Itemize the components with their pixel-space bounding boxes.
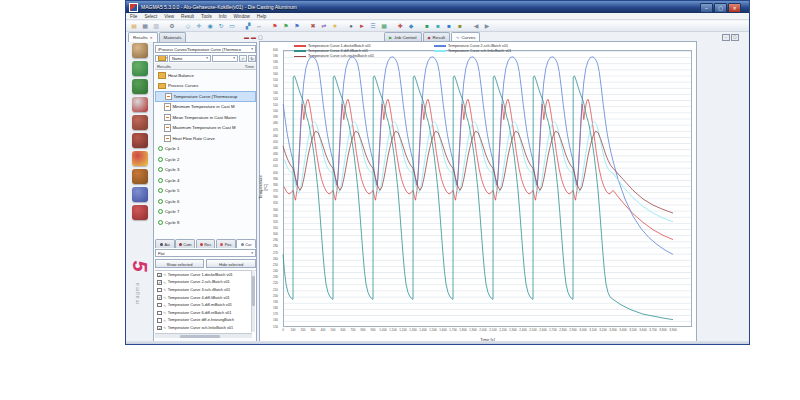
maximize-button[interactable]: ▢ [714,3,727,13]
tab-axi[interactable]: Axi [155,239,175,248]
measure-icon[interactable]: ↔ [255,23,263,30]
name-sort-combobox[interactable]: Name▾ [169,55,211,62]
clip-icon[interactable]: ▞ [244,23,252,30]
mini-tool-icon[interactable]: ▬ [244,34,249,40]
menu-file[interactable]: File [130,14,137,19]
curve-list-item[interactable]: ✓∿Temperature Curve 4-diff-liBatch v01 [155,294,256,302]
curve-list-vertical-scrollbar[interactable] [251,270,256,332]
tree-item[interactable]: Cycle 1 [155,144,256,155]
view-blue-icon[interactable]: ■ [445,23,453,30]
module-optimization-icon[interactable] [132,187,148,202]
result-path-combobox[interactable]: /Process Curves/Temperature Curve (Therm… [155,45,256,53]
module-die-icon[interactable] [132,169,148,184]
hide-selected-button[interactable]: Hide selected [206,259,256,268]
refresh-button[interactable]: ↻ [248,55,256,62]
show-selected-button[interactable]: Show selected [155,259,204,268]
menu-help[interactable]: Help [257,14,266,19]
tab-res[interactable]: Res [196,239,216,248]
module-mesh-icon[interactable] [132,61,148,76]
menu-select[interactable]: Select [144,14,157,19]
flag-green-icon[interactable]: ⚑ [282,23,290,30]
layers-icon[interactable]: ☰ [369,23,377,30]
module-results-icon[interactable] [132,205,148,220]
print-icon[interactable]: ▥ [152,23,160,30]
apply-filter-button[interactable]: ✓ [239,55,247,62]
tab-results[interactable]: Results✕ [128,32,158,42]
menu-info[interactable]: Info [219,14,227,19]
search-filter-combobox[interactable]: ▾ [212,55,238,62]
chart-icon[interactable]: ◆ [407,23,415,30]
curve-list-item[interactable]: ∿Temperature Curve 3-sch-rBatch v01 [155,286,256,294]
settings-icon[interactable]: ⚙ [168,23,176,30]
module-process-icon[interactable] [132,97,148,112]
movie-icon[interactable]: ► [358,23,366,30]
checkbox[interactable] [157,318,162,323]
grid-icon[interactable]: ▦ [380,23,388,30]
save-icon[interactable]: ▦ [141,23,149,30]
forward-icon[interactable]: ▶ [483,23,491,30]
checkbox[interactable] [157,303,162,308]
tree-item[interactable]: Minimum Temperature in Cast M [155,102,256,113]
menu-view[interactable]: View [164,14,174,19]
close-icon[interactable]: ✕ [150,36,153,40]
close-button[interactable]: ✕ [728,3,741,13]
checkbox[interactable]: ✓ [157,326,162,331]
curve-list-item[interactable]: ∿Temperature Curve 6-diff-reBatch v01 [155,309,256,317]
curve-list-item[interactable]: ✓∿Temperature Curve 2-sch-lBatch v01 [155,279,256,287]
tree-item[interactable]: Cycle 5 [155,186,256,197]
module-material-icon[interactable] [132,79,148,94]
column-results[interactable]: Results [157,64,171,69]
pan-icon[interactable]: ✛ [195,23,203,30]
tree-item[interactable]: Heat Flow Rate Curve [155,133,256,144]
checkbox[interactable] [157,288,162,293]
scrollbar-thumb[interactable] [252,276,255,306]
tree-item[interactable]: Heat Balance [155,70,256,81]
tab-cam[interactable]: Cam [175,239,195,248]
tab-cur[interactable]: Cur [236,239,256,248]
module-solidification-icon[interactable] [132,133,148,148]
tree-item[interactable]: Temperature Curve (Thermocoup [155,91,256,102]
tree-item[interactable]: Cycle 8 [155,217,256,228]
tree-item[interactable]: Cycle 4 [155,175,256,186]
checkbox[interactable]: ✓ [157,273,162,278]
tree-item[interactable]: Cycle 3 [155,165,256,176]
mini-tool-icon[interactable]: ▢ [258,34,263,40]
tab-materials[interactable]: Materials [159,32,187,42]
tree-item[interactable]: Mean Temperature in Cast Materi [155,112,256,123]
menu-tools[interactable]: Tools [201,14,212,19]
curve-list-item[interactable]: ✓∿Temperature Curve 1-deckelBatch v01 [155,271,256,279]
tree-item[interactable]: Process Curves [155,81,256,92]
checkbox[interactable]: ✓ [157,280,162,285]
mini-tool-icon[interactable]: ▬ [251,34,256,40]
camera-icon[interactable]: ● [347,23,355,30]
curve-list-item[interactable]: ∿Temperature Curve diff-e-heizungBatch [155,317,256,325]
fit-view-icon[interactable]: ▭ [228,23,236,30]
folder-filter-combobox[interactable]: ▾ [155,55,168,62]
tree-item[interactable]: Maximum Temperature in Cast M [155,123,256,134]
title-bar[interactable]: MAGMA5 5.3.0.0 - Alu-Gehaeuse-Kokille(v0… [126,1,749,13]
light-icon[interactable]: ★ [331,23,339,30]
flag-red-icon[interactable]: ⚑ [271,23,279,30]
view-teal-icon[interactable]: ■ [434,23,442,30]
panel-float-button[interactable]: ▢ [731,34,739,41]
curve-list-item[interactable]: ∿Temperature Curve 5-diff-miBatch v01 [155,301,256,309]
probe-icon[interactable]: ✚ [396,23,404,30]
open-icon[interactable]: ▤ [130,23,138,30]
tree-item[interactable]: Cycle 6 [155,196,256,207]
rotate-icon[interactable]: ↻ [217,23,225,30]
display-mode-combobox[interactable]: Flat▾ [155,249,256,257]
flag-blue-icon[interactable]: ⚑ [293,23,301,30]
module-stress-icon[interactable] [132,151,148,166]
menu-window[interactable]: Window [234,14,250,19]
view-olive-icon[interactable]: ■ [456,23,464,30]
view-green-icon[interactable]: ■ [423,23,431,30]
menu-result[interactable]: Result [181,14,194,19]
scrollbar-thumb[interactable] [180,335,220,338]
module-geometry-icon[interactable] [132,43,148,58]
minimize-button[interactable]: – [700,3,713,13]
panel-minimize-button[interactable]: – [722,34,730,41]
checkbox[interactable]: ✓ [157,295,162,300]
curve-list-horizontal-scrollbar[interactable] [155,333,252,338]
tree-item[interactable]: Cycle 2 [155,154,256,165]
tab-pos[interactable]: Pos [216,239,236,248]
